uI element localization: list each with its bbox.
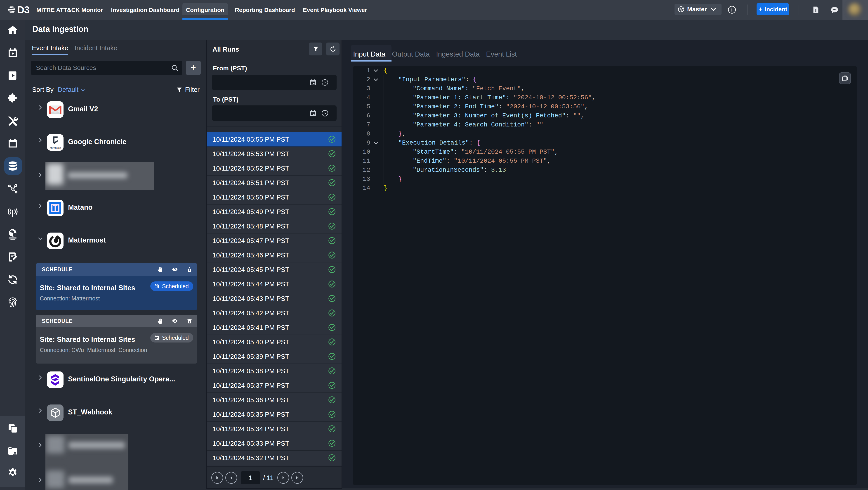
svg-text:chronicle: chronicle xyxy=(50,146,61,149)
